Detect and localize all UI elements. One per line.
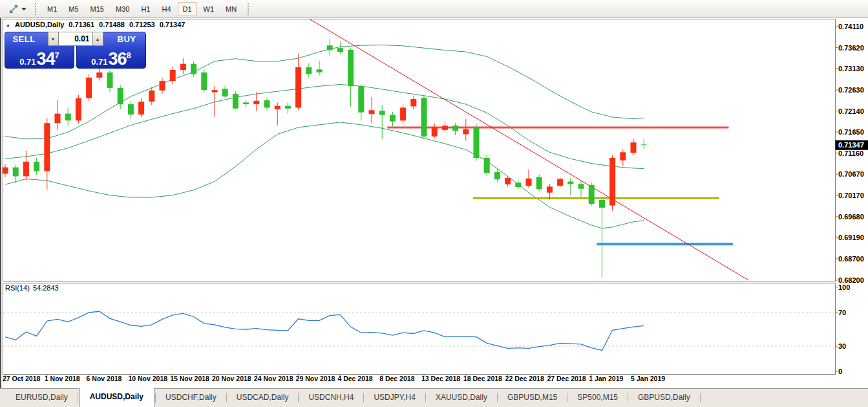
price-axis[interactable]: 0.741100.736200.731300.726300.721400.716… [835, 23, 868, 284]
candle [13, 168, 19, 177]
svg-text:10 Nov 2018: 10 Nov 2018 [128, 375, 167, 382]
timeframe-button-h1[interactable]: H1 [136, 2, 155, 16]
toolbar-grip [35, 3, 36, 15]
svg-text:27 Oct 2018: 27 Oct 2018 [3, 375, 41, 382]
candle [138, 102, 144, 115]
candle [463, 129, 469, 135]
candle [96, 72, 102, 78]
svg-text:0.70670: 0.70670 [838, 170, 864, 178]
candle [34, 162, 39, 171]
rsi-axis[interactable]: 10070300 [835, 283, 850, 375]
bid-price: 0.71347 [5, 50, 74, 68]
collapse-triangle-icon: ▲ [6, 23, 10, 27]
tab-separator [425, 393, 426, 402]
candle [421, 98, 427, 137]
volume-decrease-button[interactable]: ▼ [48, 32, 59, 46]
time-axis[interactable]: 27 Oct 20181 Nov 20186 Nov 201810 Nov 20… [3, 375, 665, 383]
candle [76, 98, 81, 121]
candle [107, 72, 113, 88]
candle [170, 70, 176, 81]
ask-price-prefix: 0.71 [91, 57, 107, 67]
chart-tab-xauusd[interactable]: XAUUSD,Daily [427, 390, 496, 405]
candle [65, 114, 71, 121]
volume-increase-button[interactable]: ▲ [92, 32, 103, 46]
candle [631, 142, 637, 153]
candle [253, 101, 259, 104]
svg-text:8 Dec 2018: 8 Dec 2018 [379, 375, 414, 382]
tab-separator [497, 393, 498, 402]
bid-price-big: 34 [37, 49, 55, 69]
candle [515, 182, 521, 187]
svg-text:24 Nov 2018: 24 Nov 2018 [254, 375, 293, 382]
timeframe-button-group: M1M5M15M30H1H4D1W1MN [41, 2, 242, 16]
timeframe-button-h4[interactable]: H4 [156, 2, 176, 16]
chart-tabs-bar: EURUSD,DailyAUDUSD,DailyUSDCHF,DailyUSDC… [0, 388, 868, 407]
timeframe-button-m5[interactable]: M5 [63, 2, 83, 16]
svg-text:4 Dec 2018: 4 Dec 2018 [337, 375, 372, 382]
svg-text:0.74110: 0.74110 [838, 23, 863, 30]
svg-text:20 Nov 2018: 20 Nov 2018 [212, 375, 251, 382]
candle [275, 106, 281, 109]
candle [285, 106, 291, 109]
sell-button-label: SELL [5, 34, 43, 44]
timeframe-button-d1[interactable]: D1 [178, 2, 197, 16]
svg-text:0.69190: 0.69190 [838, 234, 864, 241]
chart-tab-usdcad[interactable]: USDCAD,Daily [228, 390, 298, 405]
timeframe-button-m15[interactable]: M15 [85, 2, 109, 16]
one-click-trading-panel: SELL 0.71347 ▼ ▲ BUY 0.71368 [5, 32, 146, 69]
timeframe-button-m30[interactable]: M30 [111, 2, 134, 16]
candle [641, 144, 647, 145]
main-chart-canvas[interactable]: 0.741100.736200.731300.726300.721400.716… [1, 18, 868, 388]
chart-panes [3, 19, 835, 375]
svg-text:0.70170: 0.70170 [838, 192, 864, 199]
volume-input[interactable] [59, 32, 92, 46]
chart-tab-usdcnh[interactable]: USDCNH,H4 [299, 390, 363, 405]
chart-tab-usdjpy[interactable]: USDJPY,H4 [365, 390, 424, 405]
chart-tab-eurusd[interactable]: EURUSD,Daily [6, 390, 77, 405]
chart-tab-gbpusd[interactable]: GBPUSD,M15 [498, 390, 566, 405]
candle [327, 45, 333, 50]
candle [609, 158, 615, 206]
svg-text:0.72630: 0.72630 [838, 86, 864, 94]
candle [589, 185, 595, 204]
candle [505, 178, 511, 184]
candle [128, 104, 134, 115]
svg-text:29 Nov 2018: 29 Nov 2018 [296, 375, 335, 382]
candle [3, 168, 8, 174]
candle [212, 90, 218, 92]
timeframe-button-w1[interactable]: W1 [198, 2, 220, 16]
chart-tab-usdchf[interactable]: USDCHF,Daily [156, 390, 226, 405]
chart-tab-audusd[interactable]: AUDUSD,Daily [79, 388, 154, 407]
chart-tab-sp500[interactable]: SP500,M15 [568, 390, 627, 405]
bid-price-prefix: 0.71 [19, 57, 36, 67]
candle [118, 88, 123, 104]
timeframe-button-mn[interactable]: MN [220, 2, 242, 16]
toolbar-grip [248, 3, 249, 15]
svg-text:13 Dec 2018: 13 Dec 2018 [421, 375, 460, 382]
tab-separator [226, 393, 227, 402]
timeframe-button-m1[interactable]: M1 [42, 2, 62, 16]
tab-separator [700, 393, 701, 402]
candle [599, 200, 605, 208]
candle [180, 64, 186, 70]
rsi-indicator-label: RSI(14) 54.2843 [5, 284, 59, 292]
candle [432, 127, 438, 137]
svg-text:27 Dec 2018: 27 Dec 2018 [547, 375, 586, 382]
ohlc-high: 0.71488 [99, 21, 125, 28]
tab-separator [298, 393, 299, 402]
svg-text:22 Dec 2018: 22 Dec 2018 [505, 375, 544, 382]
candle [295, 67, 301, 107]
arrows-tool-button[interactable] [5, 2, 30, 16]
svg-text:0.73620: 0.73620 [838, 44, 864, 52]
candle [567, 182, 573, 184]
top-toolbar: M1M5M15M30H1H4D1W1MN [0, 0, 868, 18]
svg-text:0.68700: 0.68700 [838, 255, 864, 263]
candle [379, 111, 385, 115]
chart-tab-gbpusd[interactable]: GBPUSD,Daily [629, 390, 699, 405]
candle [23, 162, 29, 177]
svg-text:15 Nov 2018: 15 Nov 2018 [170, 375, 209, 382]
candle [337, 48, 343, 52]
ask-price: 0.71368 [77, 50, 145, 68]
ohlc-close: 0.71347 [160, 21, 185, 28]
svg-text:0: 0 [838, 368, 842, 375]
